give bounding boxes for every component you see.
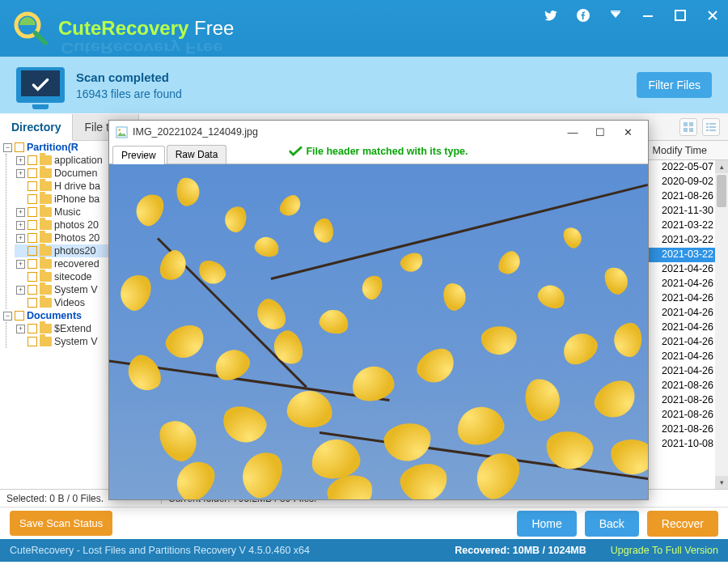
svg-rect-5: [689, 122, 693, 126]
folder-icon: [40, 168, 52, 178]
folder-icon: [40, 194, 52, 204]
preview-filename: IMG_20221024_124049.jpg: [133, 126, 559, 138]
monitor-check-icon: [16, 67, 65, 103]
tree-collapse-icon[interactable]: −: [3, 312, 12, 321]
save-scan-status-button[interactable]: Save Scan Status: [10, 511, 112, 536]
recover-button[interactable]: Recover: [647, 511, 718, 537]
scan-status-bar: Scan completed 16943 files are found Fil…: [0, 57, 728, 113]
filter-files-button[interactable]: Filter Files: [637, 72, 712, 98]
svg-rect-8: [706, 123, 709, 125]
column-modify-time[interactable]: Modify Time: [644, 141, 715, 159]
scan-status-text: Scan completed 16943 files are found: [76, 70, 182, 100]
title-bar: CuteRecovery Free CuteRecovery Free: [0, 0, 728, 57]
svg-rect-2: [643, 15, 653, 17]
tree-checkbox[interactable]: [28, 155, 37, 165]
tree-checkbox[interactable]: [28, 233, 37, 243]
preview-tab-preview[interactable]: Preview: [112, 146, 165, 164]
tree-checkbox[interactable]: [28, 181, 37, 191]
tree-expand-icon[interactable]: +: [16, 286, 25, 295]
folder-icon: [40, 298, 52, 308]
tree-checkbox[interactable]: [28, 259, 37, 269]
dropdown-icon[interactable]: [608, 8, 623, 23]
minimize-icon[interactable]: [641, 8, 655, 23]
svg-rect-12: [706, 130, 709, 131]
tree-expand-icon[interactable]: +: [16, 260, 25, 269]
tree-item-label: $Extend: [54, 323, 91, 334]
tree-item-label: Documen: [54, 168, 98, 179]
upgrade-link[interactable]: Upgrade To Full Version: [611, 545, 718, 556]
preview-minimize-icon[interactable]: —: [559, 126, 586, 138]
scroll-up-icon[interactable]: ▴: [715, 160, 728, 173]
tree-item-label: photos 20: [54, 219, 99, 231]
svg-rect-4: [684, 122, 688, 126]
folder-icon: [40, 220, 52, 230]
tree-checkbox[interactable]: [28, 285, 37, 295]
tree-checkbox[interactable]: [15, 311, 24, 321]
tree-expand-icon[interactable]: +: [16, 156, 25, 165]
list-scrollbar[interactable]: ▴ ▾: [715, 160, 728, 489]
window-controls: [544, 8, 720, 23]
tree-item-label: recovered: [54, 258, 99, 270]
tree-item-label: photos20: [54, 245, 95, 257]
tree-checkbox[interactable]: [28, 207, 37, 217]
view-grid-icon[interactable]: [679, 118, 697, 136]
tree-item-label: Videos: [54, 297, 85, 308]
logo-icon: [11, 9, 50, 48]
preview-titlebar[interactable]: IMG_20221024_124049.jpg — ☐ ✕: [109, 121, 648, 143]
folder-icon: [40, 233, 52, 243]
recovered-size-label: Recovered: 10MB / 1024MB: [455, 545, 586, 556]
image-file-icon: [116, 126, 128, 138]
preview-tab-rawdata[interactable]: Raw Data: [167, 145, 227, 163]
tree-item-label: application: [54, 155, 103, 166]
tree-item-label: System V: [54, 336, 98, 347]
folder-icon: [40, 285, 52, 295]
tree-expand-icon[interactable]: +: [16, 234, 25, 243]
preview-maximize-icon[interactable]: ☐: [586, 126, 614, 138]
view-list-icon[interactable]: [702, 118, 720, 136]
tree-item-label: Photos 20: [54, 232, 99, 244]
scroll-thumb[interactable]: [717, 175, 726, 207]
svg-rect-6: [684, 128, 688, 132]
tree-checkbox[interactable]: [15, 142, 24, 152]
folder-icon: [40, 155, 52, 165]
tree-item-label: H drive ba: [54, 180, 100, 192]
tree-checkbox[interactable]: [28, 272, 37, 282]
facebook-icon[interactable]: [576, 8, 590, 23]
tree-expand-icon[interactable]: +: [16, 221, 25, 230]
tree-checkbox[interactable]: [28, 246, 37, 256]
tree-checkbox[interactable]: [28, 194, 37, 204]
tree-collapse-icon[interactable]: −: [3, 143, 12, 152]
svg-rect-1: [611, 11, 620, 12]
tab-directory[interactable]: Directory: [0, 114, 73, 141]
checkmark-icon: [289, 146, 302, 156]
tree-checkbox[interactable]: [28, 168, 37, 178]
svg-rect-9: [709, 123, 716, 125]
back-button[interactable]: Back: [585, 511, 639, 537]
svg-rect-7: [689, 128, 693, 132]
app-version-label: CuteRecovery - Lost Files and Partitions…: [10, 545, 310, 556]
preview-close-icon[interactable]: ✕: [614, 126, 641, 138]
svg-rect-10: [706, 126, 709, 128]
tree-item-label: sitecode: [54, 271, 92, 282]
tree-expand-icon[interactable]: +: [16, 325, 25, 333]
folder-icon: [40, 246, 52, 256]
tree-checkbox[interactable]: [28, 298, 37, 308]
home-button[interactable]: Home: [517, 511, 576, 537]
svg-point-15: [118, 129, 121, 131]
tree-checkbox[interactable]: [28, 324, 37, 333]
preview-window: IMG_20221024_124049.jpg — ☐ ✕ Preview Ra…: [108, 120, 649, 500]
tree-item-label: iPhone ba: [54, 193, 99, 205]
tree-checkbox[interactable]: [28, 220, 37, 230]
close-icon[interactable]: [705, 8, 720, 23]
svg-rect-13: [709, 130, 716, 131]
twitter-icon[interactable]: [544, 8, 558, 23]
action-footer: Save Scan Status Home Back Recover: [0, 507, 728, 539]
tree-expand-icon[interactable]: +: [16, 169, 25, 178]
tree-expand-icon[interactable]: +: [16, 208, 25, 217]
header-match-message: File header matched with its type.: [289, 146, 468, 157]
tree-checkbox[interactable]: [28, 337, 37, 346]
scroll-down-icon[interactable]: ▾: [715, 476, 728, 489]
svg-rect-11: [709, 126, 716, 128]
svg-rect-3: [675, 11, 685, 20]
maximize-icon[interactable]: [673, 8, 688, 23]
